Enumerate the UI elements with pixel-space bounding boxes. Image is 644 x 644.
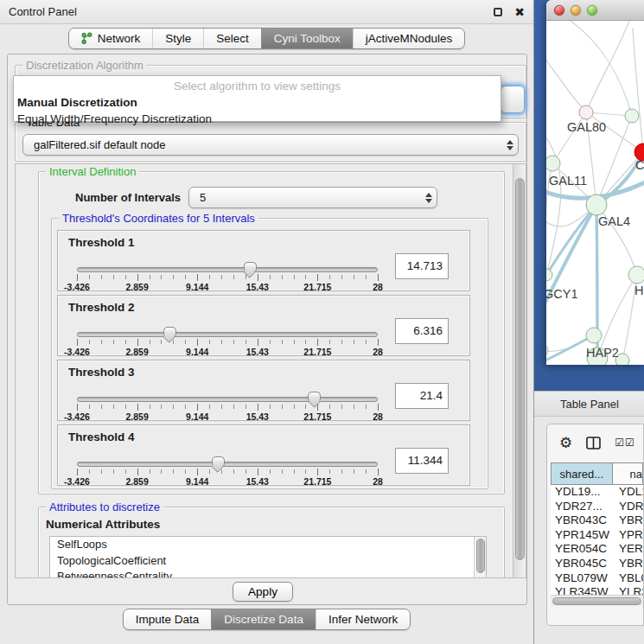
float-window-icon[interactable] [494,8,502,16]
settings-scroll-area: Interval Definition Number of Intervals … [15,163,526,578]
threshold-4-value-field[interactable]: 11.344 [395,448,449,474]
threshold-4-slider[interactable]: -3.4262.8599.14415.4321.71528 [77,456,378,486]
threshold-3-slider[interactable]: -3.4262.8599.14415.4321.71528 [77,392,378,421]
control-panel-titlebar: Control Panel ✖ [0,0,533,24]
list-item[interactable]: TopologicalCoefficient [50,553,486,570]
zoom-traffic-light[interactable] [587,5,597,16]
slider-track[interactable] [77,397,378,402]
table-data-combobox[interactable]: galFiltered.sif default node [22,134,519,156]
node-hap2[interactable] [586,328,602,343]
algorithm-combobox[interactable] [501,86,525,113]
bottom-tab-group: Impute Data Discretize Data Infer Networ… [123,609,411,630]
tab-select[interactable]: Select [203,29,261,48]
popup-option-manual-discretization[interactable]: Manual Discretization [14,94,501,111]
table-panel-card: ⚙ ☑☑ shared... na YDL19...YDL1 YDR27...Y… [546,424,644,626]
slider-handle[interactable] [308,392,321,406]
interval-definition-label: Interval Definition [46,165,139,178]
desktop-area: GAL80 GAL11 GAL4 GCY1 HAP2 H C Table Pan… [534,0,644,644]
stepper-icon [421,193,437,203]
threshold-4-panel: Threshold 4 -3.4262.8599.14415.4321.7152… [57,424,470,486]
node[interactable] [625,109,639,123]
table-row[interactable]: YDR27...YDR2 [551,500,643,514]
numerical-attributes-label: Numerical Attributes [46,518,160,531]
slider-track[interactable] [77,332,378,337]
table-toolbar: ⚙ ☑☑ [547,424,643,461]
threshold-1-label: Threshold 1 [68,236,135,249]
slider-minor-ticks [77,405,378,409]
table-data-value: galFiltered.sif default node [23,138,502,151]
slider-minor-ticks [77,469,378,474]
threshold-1-slider[interactable]: -3.4262.8599.14415.4321.71528 [77,262,378,291]
close-icon[interactable]: ✖ [514,8,525,16]
slider-minor-ticks [77,275,378,279]
bottom-tab-bar: Impute Data Discretize Data Infer Networ… [0,609,533,630]
network-icon [81,32,92,45]
list-scrollbar[interactable] [474,537,486,578]
tab-cyni-toolbox[interactable]: Cyni Toolbox [261,29,353,48]
threshold-coordinates-label: Threshold's Coordinates for 5 Intervals [59,212,258,225]
node-gcy1[interactable] [546,269,552,281]
number-of-intervals-combobox[interactable]: 5 [188,187,437,208]
table-panel-body: ⚙ ☑☑ shared... na YDL19...YDL1 YDR27...Y… [534,417,644,644]
slider-track[interactable] [77,267,378,272]
threshold-2-slider[interactable]: -3.4262.8599.14415.4321.71528 [77,327,378,356]
table-data-group: Table Data galFiltered.sif default node [15,122,526,162]
table-row[interactable]: YER054CYER0 [551,542,643,557]
list-scrollbar-thumb[interactable] [476,539,485,573]
threshold-1-value-field[interactable]: 14.713 [395,253,449,279]
column-header-name[interactable]: na [613,462,643,485]
table-row[interactable]: YPR145WYPR1 [551,528,643,543]
slider-track[interactable] [77,462,378,467]
slider-handle[interactable] [163,327,176,341]
tab-network[interactable]: Network [69,29,153,48]
threshold-1-panel: Threshold 1 -3.4262.8599.14415.4321.7152… [57,230,470,291]
algorithm-dropdown-popup: Select algorithm to view settings Manual… [13,75,501,122]
popup-option-equal-width-frequency[interactable]: Equal Width/Frequency Discretization [14,111,501,127]
node[interactable] [546,344,548,356]
checkbox-icons[interactable]: ☑☑ [615,437,635,449]
slider-handle[interactable] [212,456,225,471]
network-canvas[interactable]: GAL80 GAL11 GAL4 GCY1 HAP2 H C [546,21,644,365]
vertical-scrollbar-thumb[interactable] [515,178,525,560]
list-item[interactable]: BetweennessCentrality [50,569,486,578]
minimize-traffic-light[interactable] [571,5,581,16]
node-label-gal4: GAL4 [598,214,630,228]
node[interactable] [628,266,644,284]
tab-impute-data[interactable]: Impute Data [124,609,212,629]
table-panel-titlebar: Table Panel [534,391,644,417]
node-gal4[interactable] [586,194,607,215]
table-header-row: shared... na [551,462,643,485]
network-view-window: GAL80 GAL11 GAL4 GCY1 HAP2 H C [546,0,644,365]
table-row[interactable]: YLR345WYLR3 [551,585,643,595]
table-row[interactable]: YBL079WYBL0 [551,571,643,586]
slider-handle[interactable] [244,262,257,277]
top-tab-bar: Network Style Select Cyni Toolbox jActiv… [0,28,533,49]
tab-infer-network[interactable]: Infer Network [316,609,410,629]
tab-jactivemnodules[interactable]: jActiveMNodules [353,29,465,48]
node-label-gal11: GAL11 [549,174,587,188]
horizontal-scrollbar-thumb[interactable] [552,597,641,605]
table-panel-title: Table Panel [560,398,619,411]
threshold-2-value-field[interactable]: 6.316 [395,318,449,344]
table-row[interactable]: YBR045CYBR0 [551,557,643,571]
table-row[interactable]: YDL19...YDL1 [551,485,643,500]
network-window-titlebar[interactable] [546,0,644,21]
column-header-shared[interactable]: shared... [551,462,613,485]
close-traffic-light[interactable] [554,5,564,16]
list-item[interactable]: SelfLoops [50,537,486,553]
number-of-intervals-value: 5 [189,191,421,204]
stepper-icon [502,140,518,150]
node-gal11[interactable] [546,156,560,171]
tab-discretize-data[interactable]: Discretize Data [211,609,316,629]
table-row[interactable]: YBR043CYBR0 [551,513,643,528]
interval-definition-group: Interval Definition Number of Intervals … [38,171,505,494]
numerical-attributes-list: SelfLoops TopologicalCoefficient Between… [49,536,487,578]
split-columns-icon[interactable] [586,437,601,450]
threshold-3-value-field[interactable]: 21.4 [395,383,449,409]
node-gal80[interactable] [579,105,593,119]
tab-style[interactable]: Style [152,29,203,48]
apply-button[interactable]: Apply [233,582,293,602]
horizontal-scrollbar[interactable] [551,595,643,606]
vertical-scrollbar[interactable] [513,164,526,577]
gear-icon[interactable]: ⚙ [559,436,572,450]
